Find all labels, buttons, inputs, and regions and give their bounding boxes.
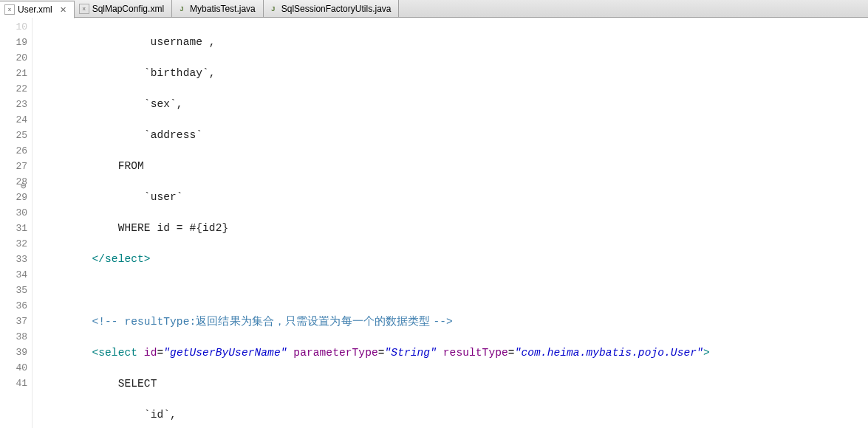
code-line: `birthday`, bbox=[40, 66, 710, 81]
line-number: 33 bbox=[0, 252, 27, 267]
fold-minus-icon[interactable]: ⊖ bbox=[21, 179, 27, 194]
line-number: 23 bbox=[0, 97, 27, 112]
line-number: 31 bbox=[0, 221, 27, 236]
code-line: WHERE id = #{id2} bbox=[40, 221, 710, 236]
code-line: `user` bbox=[40, 190, 710, 205]
line-number: 19 bbox=[0, 35, 27, 50]
line-number: 37 bbox=[0, 314, 27, 329]
line-number: 10 bbox=[0, 19, 27, 35]
xml-file-icon: x bbox=[4, 4, 15, 15]
line-number: 40 bbox=[0, 360, 27, 376]
tab-mybatistest-java[interactable]: J MybatisTest.java bbox=[172, 0, 264, 17]
java-file-icon: J bbox=[177, 4, 187, 14]
line-number: 24 bbox=[0, 112, 27, 128]
code-line bbox=[40, 283, 710, 298]
tab-label: SqlMapConfig.xml bbox=[92, 4, 164, 14]
line-number-gutter: 10 19 20 21 22 23 24 25 26 27 28⊖ 29 30 … bbox=[0, 18, 33, 428]
xml-file-icon: x bbox=[79, 4, 89, 14]
code-line: SELECT bbox=[40, 376, 710, 392]
line-number: 41 bbox=[0, 376, 27, 391]
tab-user-xml[interactable]: x User.xml ✕ bbox=[0, 1, 75, 18]
line-number: 30 bbox=[0, 205, 27, 221]
line-number: 28⊖ bbox=[0, 174, 27, 190]
line-number: 38 bbox=[0, 329, 27, 345]
code-line: `address` bbox=[40, 128, 710, 143]
editor-tab-bar: x User.xml ✕ x SqlMapConfig.xml J Mybati… bbox=[0, 0, 868, 18]
line-number: 27 bbox=[0, 159, 27, 174]
line-number: 26 bbox=[0, 143, 27, 159]
tab-sqlsessionfactoryutils-java[interactable]: J SqlSessionFactoryUtils.java bbox=[264, 0, 400, 17]
line-number: 22 bbox=[0, 81, 27, 97]
line-number: 25 bbox=[0, 128, 27, 143]
code-editor[interactable]: 10 19 20 21 22 23 24 25 26 27 28⊖ 29 30 … bbox=[0, 18, 868, 428]
tab-sqlmapconfig-xml[interactable]: x SqlMapConfig.xml bbox=[75, 0, 172, 17]
code-content[interactable]: username , `birthday`, `sex`, `address` … bbox=[33, 18, 710, 428]
code-line: `sex`, bbox=[40, 97, 710, 112]
tab-label: MybatisTest.java bbox=[190, 4, 256, 14]
code-line: `id`, bbox=[40, 407, 710, 423]
code-line: <select id="getUserByUserName" parameter… bbox=[40, 345, 710, 361]
close-icon[interactable]: ✕ bbox=[60, 5, 66, 15]
tab-label: SqlSessionFactoryUtils.java bbox=[281, 4, 392, 14]
line-number: 34 bbox=[0, 267, 27, 283]
line-number: 35 bbox=[0, 283, 27, 298]
java-file-icon: J bbox=[268, 4, 278, 14]
line-number: 39 bbox=[0, 345, 27, 360]
code-line: <!-- resultType:返回结果为集合，只需设置为每一个的数据类型 --… bbox=[40, 314, 710, 330]
line-number: 20 bbox=[0, 50, 27, 66]
code-line: FROM bbox=[40, 159, 710, 174]
tab-label: User.xml bbox=[18, 4, 52, 15]
line-number: 36 bbox=[0, 298, 27, 314]
code-line: username , bbox=[40, 35, 710, 50]
code-line: </select> bbox=[40, 252, 710, 267]
line-number: 21 bbox=[0, 66, 27, 81]
line-number: 32 bbox=[0, 236, 27, 252]
